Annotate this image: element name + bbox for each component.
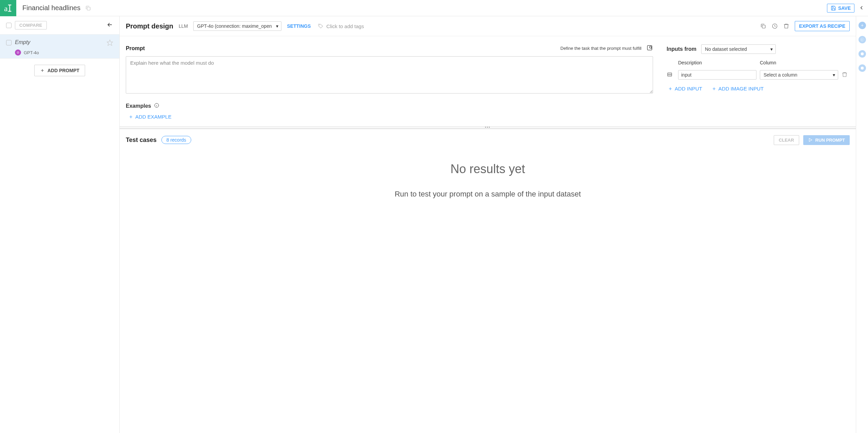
svg-text:a: a: [4, 4, 8, 13]
app-header: a Financial headlines SAVE: [0, 0, 868, 16]
sidebar-toolbar: COMPARE: [0, 16, 119, 35]
main-panel: Prompt design LLM GPT-4o (connection: ma…: [120, 16, 856, 433]
collapse-rail-icon[interactable]: [859, 5, 865, 12]
back-icon[interactable]: [106, 21, 113, 29]
prompt-textarea[interactable]: [126, 56, 653, 94]
add-input-button[interactable]: ADD INPUT: [668, 86, 702, 91]
inputs-col-column: Column: [760, 60, 838, 65]
empty-subtitle: Run to test your prompt on a sample of t…: [126, 190, 850, 199]
llm-label: LLM: [179, 23, 188, 29]
inputs-col-description: Description: [678, 60, 756, 65]
info-icon[interactable]: [154, 103, 159, 109]
examples-label: Examples: [126, 103, 151, 109]
svg-marker-16: [809, 138, 812, 141]
prompt-item-title: Empty: [15, 39, 103, 45]
svg-rect-1: [9, 5, 10, 11]
svg-marker-6: [107, 40, 113, 46]
prompt-expand-icon[interactable]: [646, 44, 653, 52]
page-title: Financial headlines: [22, 4, 80, 12]
star-icon[interactable]: [106, 39, 113, 47]
splitter-handle-icon: •••: [485, 125, 491, 129]
save-button[interactable]: SAVE: [827, 4, 854, 13]
inputs-dataset-select[interactable]: No dataset selected: [701, 44, 776, 54]
design-title: Prompt design: [126, 22, 173, 30]
tags-input[interactable]: Click to add tags: [318, 23, 364, 29]
rail-info-button[interactable]: i: [859, 36, 866, 43]
testcases-title: Test cases: [126, 137, 157, 144]
history-icon[interactable]: [772, 23, 778, 29]
design-header: Prompt design LLM GPT-4o (connection: ma…: [120, 16, 856, 36]
empty-title: No results yet: [126, 162, 850, 176]
prompt-item-model: GPT-4o: [24, 50, 39, 55]
splitter[interactable]: •••: [120, 126, 856, 129]
input-row-icon: [667, 71, 675, 79]
prompt-list-item[interactable]: Empty GPT-4o: [0, 35, 119, 59]
svg-point-19: [861, 53, 864, 55]
prompt-hint: Define the task that the prompt must ful…: [560, 46, 642, 51]
svg-rect-4: [87, 7, 90, 10]
copy-icon[interactable]: [85, 5, 91, 11]
input-column-select[interactable]: Select a column: [760, 70, 838, 80]
prompt-label: Prompt: [126, 45, 145, 51]
select-all-checkbox[interactable]: [6, 23, 12, 28]
llm-select[interactable]: GPT-4o (connection: maxime_open: [193, 21, 281, 31]
settings-link[interactable]: SETTINGS: [287, 23, 311, 29]
svg-rect-8: [762, 25, 765, 28]
inputs-from-label: Inputs from: [667, 46, 696, 52]
svg-rect-3: [8, 11, 11, 12]
export-recipe-button[interactable]: EXPORT AS RECIPE: [795, 21, 850, 31]
svg-rect-13: [668, 73, 672, 76]
run-prompt-button[interactable]: RUN PROMPT: [803, 135, 850, 145]
svg-rect-2: [8, 4, 11, 5]
empty-state: No results yet Run to test your prompt o…: [126, 145, 850, 199]
right-rail: i: [856, 16, 868, 433]
rail-history-button[interactable]: [859, 64, 866, 72]
input-description-field[interactable]: [678, 70, 756, 80]
clear-button[interactable]: CLEAR: [774, 135, 799, 145]
app-logo[interactable]: a: [0, 0, 16, 16]
prompt-list-sidebar: COMPARE Empty GPT-4o: [0, 16, 120, 433]
input-delete-icon[interactable]: [842, 71, 850, 79]
prompt-checkbox[interactable]: [6, 40, 12, 45]
add-prompt-button[interactable]: ADD PROMPT: [34, 65, 85, 76]
delete-icon[interactable]: [783, 23, 789, 29]
rail-add-button[interactable]: [859, 22, 866, 29]
svg-point-7: [319, 25, 320, 25]
openai-icon: [15, 49, 21, 56]
duplicate-icon[interactable]: [760, 23, 766, 29]
svg-point-5: [17, 52, 19, 54]
compare-button[interactable]: COMPARE: [15, 21, 47, 29]
add-image-input-button[interactable]: ADD IMAGE INPUT: [712, 86, 764, 91]
rail-chat-button[interactable]: [859, 50, 866, 58]
records-pill[interactable]: 8 records: [161, 136, 191, 144]
svg-point-11: [650, 46, 652, 48]
add-example-button[interactable]: ADD EXAMPLE: [129, 114, 172, 120]
